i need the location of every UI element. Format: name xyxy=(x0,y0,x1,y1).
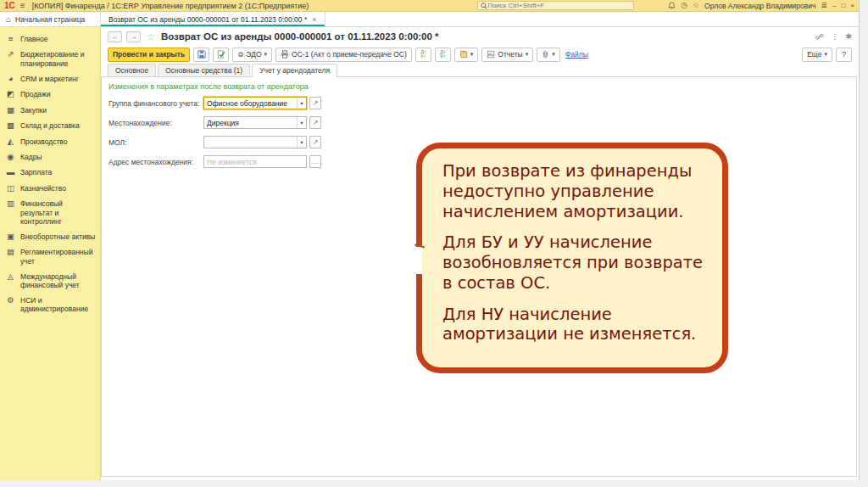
mol-inputbox: ▾ xyxy=(203,136,307,148)
user-menu-icon[interactable]: ≣ xyxy=(821,2,827,9)
pie-chart-icon: ◕ xyxy=(6,75,15,83)
tab-учет-у-арендодателя[interactable]: Учет у арендодателя xyxy=(252,64,337,77)
open-tabs-strip: ⌂ Начальная страница Возврат ОС из аренд… xyxy=(0,12,859,27)
attachments-button[interactable]: ▾ xyxy=(537,48,560,62)
sidebar-item-finrezultat[interactable]: ▥Финансовый результат и контроллинг xyxy=(0,196,100,229)
dtkt-regulated-button[interactable]: ДтКт xyxy=(435,48,451,62)
annotation-callout: При возврате из финаренды недоступно упр… xyxy=(416,143,728,373)
location-field[interactable] xyxy=(204,119,297,127)
chevron-down-icon[interactable]: ▾ xyxy=(297,117,306,128)
cart-icon: ▦ xyxy=(6,106,15,115)
sidebar-item-crm[interactable]: ◕CRM и маркетинг xyxy=(0,71,100,87)
sidebar-item-label: Кадры xyxy=(20,153,42,161)
home-tab-label: Начальная страница xyxy=(15,15,85,24)
callout-paragraph-1: При возврате из финаренды недоступно упр… xyxy=(442,161,709,221)
notifications-bell-icon[interactable] xyxy=(668,2,676,9)
minimize-button[interactable]: – xyxy=(832,3,836,9)
close-button[interactable]: × xyxy=(850,3,854,9)
more-button[interactable]: Еще ▾ xyxy=(802,48,832,62)
files-link[interactable]: Файлы xyxy=(565,50,588,59)
dtkt-colored-icon: ДтКт xyxy=(440,50,445,59)
chevron-down-icon: ▾ xyxy=(526,51,529,58)
main-menu-icon[interactable]: ≡ xyxy=(20,1,25,10)
sidebar-item-budgeting[interactable]: ⇗Бюджетирование и планирование xyxy=(0,47,100,70)
global-search[interactable] xyxy=(477,1,634,10)
post-and-close-button[interactable]: Провести и закрыть xyxy=(108,48,190,62)
location-address-field[interactable] xyxy=(204,158,306,166)
sidebar-item-proizvodstvo[interactable]: ◭Производство xyxy=(0,134,100,149)
get-link-icon[interactable] xyxy=(815,33,824,41)
finance-group-field[interactable] xyxy=(204,99,297,108)
location-address-inputbox xyxy=(203,155,307,168)
document-header: ← → ☆ Возврат ОС из аренды 0000-000001 о… xyxy=(101,27,859,46)
sidebar-item-label: НСИ и администрирование xyxy=(20,296,97,313)
dtkt-icon: ДтКт xyxy=(420,50,426,59)
reports-button[interactable]: Отчеты ▾ xyxy=(481,48,533,62)
form-row-location: Местонахождение:▾↗ xyxy=(108,116,849,129)
book-icon xyxy=(459,50,468,59)
current-user[interactable]: Орлов Александр Владимирович xyxy=(704,2,815,10)
callout-paragraph-2: Для БУ и УУ начисление возобновляется пр… xyxy=(442,232,709,293)
post-document-button[interactable] xyxy=(213,48,229,62)
sidebar-item-label: Продажи xyxy=(20,90,51,98)
favorites-icon[interactable]: ☆ xyxy=(693,2,699,9)
journal-button[interactable]: ▾ xyxy=(454,48,479,62)
document-tabs: ОсновноеОсновные средства (1)Учет у арен… xyxy=(101,63,859,76)
favorite-star-icon[interactable]: ☆ xyxy=(147,31,155,42)
edo-button[interactable]: ⊜ ЭДО ▾ xyxy=(232,48,272,62)
sidebar-item-reglament-uchet[interactable]: ▤Регламентированный учет xyxy=(0,244,100,268)
tab-основное[interactable]: Основное xyxy=(108,64,156,76)
mol-field[interactable] xyxy=(204,138,297,147)
back-button[interactable]: ← xyxy=(108,31,122,42)
more-menu-icon[interactable]: ⋮ xyxy=(831,32,838,41)
search-input[interactable] xyxy=(487,2,631,9)
print-os1-button[interactable]: ОС-1 (Акт о приеме-передаче ОС) xyxy=(275,48,412,62)
sidebar-item-zarplata[interactable]: ▬Зарплата xyxy=(0,165,100,180)
window-title: [КОПИЯ] Финаренда / 1С:ERP Управление пр… xyxy=(32,2,309,10)
planning-chart-icon: ⇗ xyxy=(6,50,15,59)
finance-group-inputbox: ▾ xyxy=(203,97,307,109)
sidebar-item-prodazhi[interactable]: ◩Продажи xyxy=(0,87,100,102)
document-tab[interactable]: Возврат ОС из аренды 0000-000001 от 01.1… xyxy=(101,12,326,26)
section-header: Изменения в параметрах после возврата от… xyxy=(108,82,849,91)
document-title: Возврат ОС из аренды 0000-000001 от 01.1… xyxy=(161,31,439,42)
home-page-tab[interactable]: ⌂ Начальная страница xyxy=(0,12,101,26)
finance-group-open-button[interactable]: ↗ xyxy=(309,97,321,109)
sidebar-item-label: CRM и маркетинг xyxy=(20,75,79,83)
forward-button[interactable]: → xyxy=(126,31,141,42)
titlebar: 1С ≡ [КОПИЯ] Финаренда / 1С:ERP Управлен… xyxy=(0,0,859,12)
location-address-choose-button[interactable]: … xyxy=(309,155,321,168)
sidebar-item-zakupki[interactable]: ▦Закупки xyxy=(0,103,100,118)
person-icon: ◉ xyxy=(6,153,15,161)
pin-icon[interactable]: ✱ xyxy=(845,32,852,41)
paperclip-icon xyxy=(542,50,549,59)
history-icon[interactable]: ◷ xyxy=(681,2,687,9)
finance-group-label: Группа финансового учета: xyxy=(108,99,203,108)
sidebar-item-kaznacheystvo[interactable]: ◫Казначейство xyxy=(0,181,100,196)
sidebar-item-mezhdunarodny-uchet[interactable]: ◬Международный финансовый учет xyxy=(0,269,100,293)
restore-button[interactable]: □ xyxy=(841,3,845,9)
sidebar-item-label: Производство xyxy=(20,137,67,146)
save-button[interactable] xyxy=(193,48,209,62)
sidebar-item-label: Склад и доставка xyxy=(20,121,80,130)
tab-close-icon[interactable]: × xyxy=(312,15,316,24)
mol-label: МОЛ: xyxy=(108,138,203,147)
help-button[interactable]: ? xyxy=(836,48,852,62)
payroll-icon: ▬ xyxy=(6,168,15,176)
dtkt-entries-button[interactable]: ДтКт xyxy=(415,48,431,62)
sidebar-item-glavnoe[interactable]: ≡Главное xyxy=(0,31,100,47)
chevron-down-icon[interactable]: ▾ xyxy=(297,137,306,148)
chevron-down-icon: ▾ xyxy=(470,51,474,58)
sidebar-item-nsi-administrirovanie[interactable]: ⚙НСИ и администрирование xyxy=(0,293,100,316)
post-doc-icon xyxy=(217,50,225,59)
chevron-down-icon[interactable]: ▾ xyxy=(297,98,306,109)
mol-open-button[interactable]: ↗ xyxy=(309,136,321,148)
sidebar-item-kadry[interactable]: ◉Кадры xyxy=(0,149,100,165)
sidebar-item-vneoborotnye-aktivy[interactable]: ▣Внеоборотные активы xyxy=(0,229,100,244)
tab-основные-средства-1-[interactable]: Основные средства (1) xyxy=(158,64,250,76)
location-open-button[interactable]: ↗ xyxy=(309,116,321,129)
location-inputbox: ▾ xyxy=(203,116,307,129)
sidebar-item-label: Казначейство xyxy=(20,184,66,193)
sidebar-item-sklad[interactable]: ▩Склад и доставка xyxy=(0,118,100,133)
callout-tail xyxy=(415,247,422,274)
